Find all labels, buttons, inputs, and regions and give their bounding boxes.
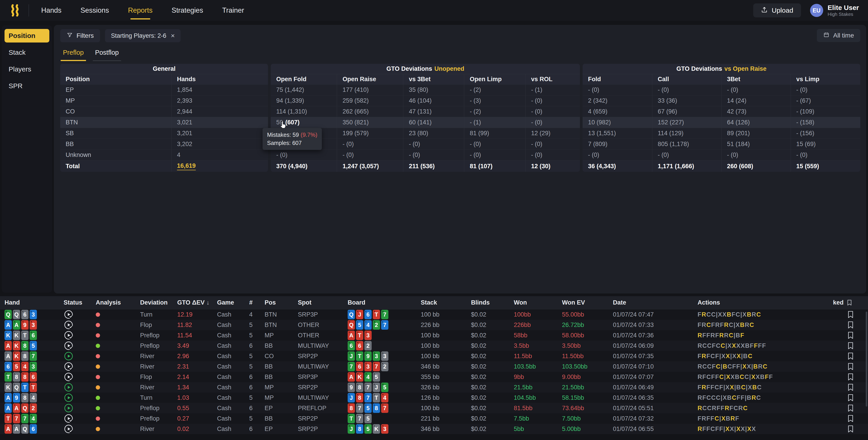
cell-co-vs_rol[interactable]: - (0): [526, 106, 580, 117]
bookmark-icon[interactable]: [847, 383, 854, 391]
bookmark-icon[interactable]: [847, 394, 854, 402]
hand-row[interactable]: ♥A♠A♠Q♦6River0.02Cash6EPSRP2P♣J♦8♣5♠K♥33…: [0, 424, 868, 434]
marked-header-bookmark-icon[interactable]: [847, 300, 852, 306]
cell-bb-fold[interactable]: 7 (809): [583, 139, 652, 150]
cell-bb-call[interactable]: 805 (1,178): [652, 139, 721, 150]
replay-watched-icon[interactable]: [64, 362, 73, 371]
cell-sb-open_raise[interactable]: 199 (579): [337, 128, 403, 139]
replay-watched-icon[interactable]: [64, 413, 73, 424]
hand-row[interactable]: ♦A♦9♠8♠4Turn1.03Cash5MPMULTIWAY♦J♥8♦7♠T♥…: [0, 393, 868, 403]
scrollbar-thumb[interactable]: [866, 312, 867, 407]
sidebar-item-players[interactable]: Players: [4, 62, 49, 76]
bookmark-icon[interactable]: [847, 373, 854, 381]
cell-btn-vs_limp[interactable]: - (158): [791, 117, 860, 128]
cell-btn-hands[interactable]: 3,021: [172, 117, 268, 128]
cell-mp-vs_limp[interactable]: - (67): [791, 95, 860, 106]
cell-bb-open_limp[interactable]: - (0): [464, 139, 526, 150]
cell-co-hands[interactable]: 2,944: [172, 106, 268, 117]
cell-btn-vs_rol[interactable]: - (0): [526, 117, 580, 128]
cell-bb-position[interactable]: BB: [60, 139, 172, 150]
cell-unknown-open_raise[interactable]: - (0): [337, 150, 403, 161]
total-cell-hands[interactable]: 16,619: [172, 161, 268, 172]
hand-row[interactable]: ♠A♥K♠8♣7River2.96Cash5COSRP2P♣J♣T♣9♣3♠31…: [0, 351, 868, 361]
cell-btn-position[interactable]: BTN: [60, 117, 172, 128]
hand-row[interactable]: ♦6♥5♥4♣3River2.31Cash5BBMULTIWAY♣7♥6♥3♥7…: [0, 361, 868, 372]
cell-mp-vs_3bet[interactable]: 46 (104): [403, 95, 464, 106]
nav-item-trainer[interactable]: Trainer: [221, 1, 245, 20]
filter-chip-starting-players[interactable]: Starting Players: 2-6 ×: [105, 29, 181, 42]
cell-ep-open_fold[interactable]: 75 (1,442): [271, 84, 337, 95]
bookmark-icon[interactable]: [847, 404, 854, 412]
hand-row[interactable]: ♥T♥7♣7♣4Preflop0.27Cash5BBSRP2P♣T♠7♠5221…: [0, 413, 868, 424]
cell-sb-vs_limp[interactable]: - (156): [791, 128, 860, 139]
hand-row[interactable]: ♠K♠Q♦T♥TRiver1.34Cash6MPSRP2P♠9♠8♠7♠J♣53…: [0, 382, 868, 393]
nav-item-reports[interactable]: Reports: [127, 1, 153, 20]
cell-mp-open_raise[interactable]: 259 (582): [337, 95, 403, 106]
tab-postflop[interactable]: Postflop: [93, 49, 121, 61]
hands-column-header-gto_ev[interactable]: GTO ΔEV↓: [177, 299, 217, 306]
cell-co-threebet[interactable]: 42 (73): [721, 106, 791, 117]
cell-unknown-vs_3bet[interactable]: - (0): [403, 150, 464, 161]
cell-ep-threebet[interactable]: - (0): [721, 84, 791, 95]
cell-co-vs_limp[interactable]: - (109): [791, 106, 860, 117]
cell-sb-open_limp[interactable]: 81 (99): [464, 128, 526, 139]
cell-btn-vs_3bet[interactable]: 60 (141): [403, 117, 464, 128]
cell-mp-open_fold[interactable]: 94 (1,339): [271, 95, 337, 106]
bookmark-icon[interactable]: [847, 342, 854, 349]
cell-mp-position[interactable]: MP: [60, 95, 172, 106]
cell-unknown-vs_limp[interactable]: - (0): [791, 150, 860, 161]
bookmark-icon[interactable]: [847, 415, 854, 422]
cell-btn-threebet[interactable]: 64 (126): [721, 117, 791, 128]
replay-play-icon[interactable]: [64, 382, 73, 392]
sidebar-item-position[interactable]: Position: [4, 29, 49, 42]
replay-play-icon[interactable]: [64, 403, 73, 413]
upload-button[interactable]: Upload: [753, 3, 801, 18]
cell-mp-threebet[interactable]: 14 (24): [721, 95, 791, 106]
app-logo-icon[interactable]: [9, 4, 21, 17]
total-hands-link[interactable]: 16,619: [177, 162, 196, 170]
cell-ep-vs_limp[interactable]: - (0): [791, 84, 860, 95]
replay-watched-icon[interactable]: [64, 372, 73, 382]
cell-sb-threebet[interactable]: 89 (201): [721, 128, 791, 139]
date-range-button[interactable]: All time: [817, 29, 860, 42]
cell-ep-open_limp[interactable]: - (2): [464, 84, 526, 95]
cell-sb-vs_3bet[interactable]: 23 (80): [403, 128, 464, 139]
bookmark-icon[interactable]: [847, 311, 854, 318]
cell-unknown-open_fold[interactable]: - (0): [271, 150, 337, 161]
chip-close-icon[interactable]: ×: [171, 32, 175, 40]
cell-sb-hands[interactable]: 3,201: [172, 128, 268, 139]
cell-unknown-position[interactable]: Unknown: [60, 150, 172, 161]
cell-co-open_limp[interactable]: - (2): [464, 106, 526, 117]
cell-bb-vs_rol[interactable]: - (0): [526, 139, 580, 150]
cell-btn-call[interactable]: 152 (227): [652, 117, 721, 128]
hand-row[interactable]: ♣Q♠Q♠6♦3Turn12.19Cash4BTNSRP3P♦Q♥J♦6♥T♣7…: [0, 309, 868, 320]
cell-sb-call[interactable]: 114 (129): [652, 128, 721, 139]
sidebar-item-stack[interactable]: Stack: [4, 46, 49, 59]
cell-mp-open_limp[interactable]: - (3): [464, 95, 526, 106]
cell-ep-hands[interactable]: 1,854: [172, 84, 268, 95]
cell-ep-position[interactable]: EP: [60, 84, 172, 95]
hand-row[interactable]: ♥A♥K♣8♦5Preflop3.49Cash6BBMULTIWAY♣6♥6♠2…: [0, 340, 868, 351]
cell-ep-vs_rol[interactable]: - (1): [526, 84, 580, 95]
cell-mp-call[interactable]: 33 (36): [652, 95, 721, 106]
cell-btn-open_raise[interactable]: 350 (821): [337, 117, 403, 128]
cell-co-fold[interactable]: 4 (659): [583, 106, 652, 117]
sidebar-item-spr[interactable]: SPR: [4, 79, 49, 93]
cell-unknown-fold[interactable]: - (0): [583, 150, 652, 161]
cell-bb-threebet[interactable]: 51 (184): [721, 139, 791, 150]
bookmark-icon[interactable]: [847, 425, 854, 433]
cell-ep-fold[interactable]: - (0): [583, 84, 652, 95]
cell-bb-open_raise[interactable]: - (0): [337, 139, 403, 150]
cell-unknown-call[interactable]: - (0): [652, 150, 721, 161]
nav-item-sessions[interactable]: Sessions: [80, 1, 110, 20]
cell-bb-vs_limp[interactable]: 15 (69): [791, 139, 860, 150]
replay-watched-icon[interactable]: [64, 330, 73, 340]
hand-row[interactable]: ♦A♣A♥9♥3Flop11.82Cash5BTNOTHER♥Q♦5♦4♣2♦7…: [0, 320, 868, 330]
cell-mp-vs_rol[interactable]: - (0): [526, 95, 580, 106]
cell-sb-position[interactable]: SB: [60, 128, 172, 139]
bookmark-icon[interactable]: [847, 352, 854, 360]
hand-row[interactable]: ♦K♠K♠T♣6Preflop11.54Cash5MPOTHER♥A♥T♥310…: [0, 330, 868, 340]
hand-row[interactable]: ♣T♠8♥8♥6Flop2.14Cash6BBSRP3P♥A♥K♣4♠5355 …: [0, 372, 868, 382]
replay-watched-icon[interactable]: [64, 309, 73, 319]
cell-unknown-threebet[interactable]: - (0): [721, 150, 791, 161]
